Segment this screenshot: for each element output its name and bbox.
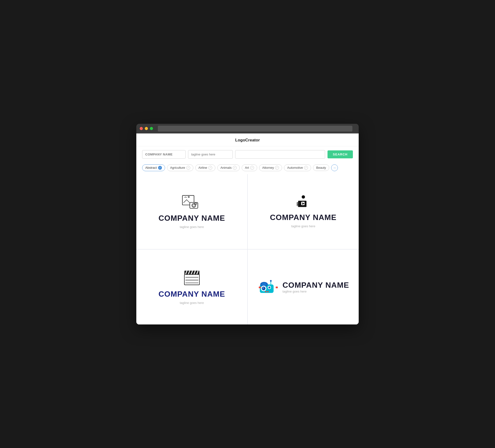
video-person-icon — [294, 195, 313, 210]
card3-company-name: COMPANY NAME — [159, 290, 225, 299]
svg-rect-26 — [275, 286, 278, 288]
logo-card-1-inner: COMPANY NAME tagline goes here — [159, 194, 225, 229]
filter-art-label: Art — [245, 166, 249, 169]
card2-tagline: tagline goes here — [291, 224, 316, 228]
app-window: LogoCreator SEARCH Abstract ✓ Agricultur… — [136, 124, 359, 324]
search-row: SEARCH — [136, 146, 359, 162]
svg-point-36 — [265, 291, 266, 292]
filter-airline-label: Airline — [198, 166, 207, 169]
filter-row: Abstract ✓ Agriculture ✓ Airline ✓ Anima… — [136, 162, 359, 174]
svg-rect-25 — [259, 286, 261, 288]
filter-beauty-label: Beauty — [316, 166, 326, 169]
clapboard-icon — [182, 269, 202, 287]
check-abstract-icon: ✓ — [158, 166, 162, 170]
svg-point-6 — [302, 195, 305, 199]
card1-company-name: COMPANY NAME — [159, 214, 225, 223]
company-name-input[interactable] — [142, 150, 186, 159]
search-button[interactable]: SEARCH — [328, 150, 353, 158]
svg-point-35 — [269, 286, 269, 287]
card2-company-name: COMPANY NAME — [270, 213, 337, 222]
svg-rect-20 — [184, 274, 199, 285]
logo-card-4-inner: COMPANY NAME tagline goes here — [257, 279, 349, 295]
logo-card-4[interactable]: COMPANY NAME tagline goes here — [248, 250, 359, 324]
check-art-icon: ✓ — [250, 166, 254, 170]
check-automotive-icon: ✓ — [304, 166, 308, 170]
filter-agriculture[interactable]: Agriculture ✓ — [167, 164, 193, 171]
app-body: LogoCreator SEARCH Abstract ✓ Agricultur… — [136, 133, 359, 324]
card4-company-name: COMPANY NAME — [283, 281, 349, 290]
check-agriculture-icon: ✓ — [186, 166, 190, 170]
logo-card-2[interactable]: COMPANY NAME tagline goes here — [248, 174, 359, 249]
filter-automotive-label: Automotive — [287, 166, 303, 169]
logo-card-2-inner: COMPANY NAME tagline goes here — [270, 195, 337, 228]
svg-point-28 — [261, 283, 267, 286]
filter-next-button[interactable]: → — [331, 164, 338, 171]
filter-agriculture-label: Agriculture — [170, 166, 185, 169]
maximize-button[interactable] — [150, 127, 153, 130]
logo-grid: COMPANY NAME tagline goes here — [136, 174, 359, 324]
check-airline-icon: ✓ — [208, 166, 212, 170]
svg-point-31 — [262, 287, 265, 289]
app-title: LogoCreator — [235, 138, 260, 142]
photo-camera-icon — [181, 194, 203, 211]
filter-automotive[interactable]: Automotive ✓ — [284, 164, 311, 171]
filter-airline[interactable]: Airline ✓ — [195, 164, 215, 171]
check-animals-icon: ✓ — [233, 166, 237, 170]
titlebar — [136, 124, 359, 133]
svg-point-39 — [270, 280, 272, 282]
card1-tagline: tagline goes here — [180, 225, 204, 229]
svg-rect-12 — [297, 203, 298, 204]
filter-art[interactable]: Art ✓ — [242, 164, 257, 171]
tagline-input[interactable] — [188, 150, 233, 159]
filter-animals-label: Animals — [220, 166, 232, 169]
svg-point-37 — [267, 291, 268, 292]
extra-input[interactable] — [235, 150, 325, 159]
card3-tagline: tagline goes here — [180, 301, 204, 305]
logo-card-1[interactable]: COMPANY NAME tagline goes here — [136, 174, 247, 249]
filter-beauty[interactable]: Beauty — [313, 164, 329, 171]
filter-attorney-label: Attorney — [262, 166, 274, 169]
filter-abstract-label: Abstract — [145, 166, 157, 169]
app-header: LogoCreator — [136, 133, 359, 146]
filter-animals[interactable]: Animals ✓ — [217, 164, 240, 171]
card4-tagline: tagline goes here — [283, 290, 349, 293]
close-button[interactable] — [140, 127, 143, 130]
minimize-button[interactable] — [145, 127, 148, 130]
svg-point-34 — [268, 286, 271, 288]
card4-text-group: COMPANY NAME tagline goes here — [283, 281, 349, 293]
logo-card-3[interactable]: COMPANY NAME tagline goes here — [136, 250, 247, 324]
svg-point-32 — [263, 287, 264, 288]
filter-attorney[interactable]: Attorney ✓ — [259, 164, 282, 171]
cartoon-camera-icon — [257, 279, 279, 295]
svg-rect-11 — [297, 202, 298, 203]
filter-abstract[interactable]: Abstract ✓ — [142, 164, 165, 171]
svg-rect-13 — [297, 205, 298, 206]
logo-card-3-inner: COMPANY NAME tagline goes here — [159, 269, 225, 305]
check-attorney-icon: ✓ — [275, 166, 279, 170]
svg-point-1 — [188, 196, 189, 197]
address-bar — [158, 126, 352, 131]
